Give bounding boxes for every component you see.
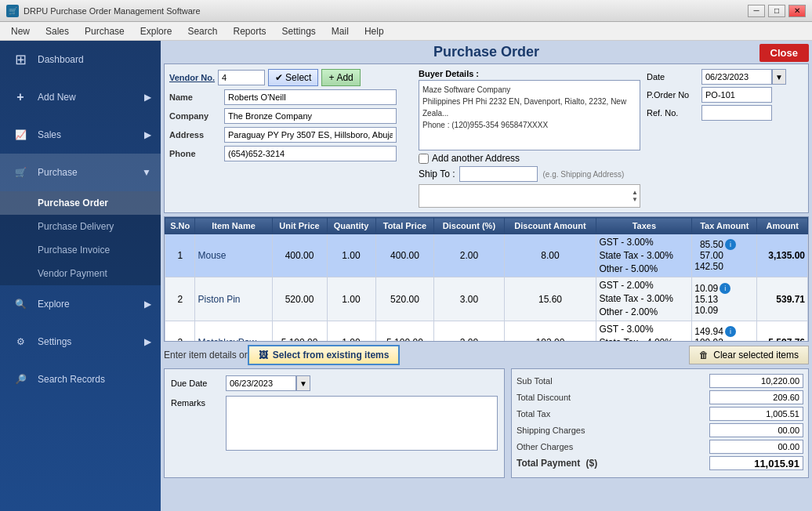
sidebar-item-dashboard[interactable]: ⊞ Dashboard xyxy=(0,41,161,78)
ref-row: Ref. No. xyxy=(647,105,803,121)
due-date-picker-button[interactable]: ▼ xyxy=(296,375,310,391)
cell-tax-amounts: 10.0915.1310.09 i xyxy=(692,277,757,321)
sidebar-item-sales-label: Sales xyxy=(38,129,61,140)
cell-sno: 3 xyxy=(165,321,195,342)
order-table-container: S.No Item Name Unit Price Quantity Total… xyxy=(164,216,809,342)
explore-left: 🔍 Explore xyxy=(9,293,70,315)
table-row[interactable]: 2 Piston Pin 520.00 1.00 520.00 3.00 15.… xyxy=(165,277,808,321)
sidebar-item-explore[interactable]: 🔍 Explore ▶ xyxy=(0,285,161,323)
total-payment-row: Total Payment ($) 11,015.91 xyxy=(517,456,803,470)
minimize-button[interactable]: ─ xyxy=(748,5,765,17)
menu-search[interactable]: Search xyxy=(179,24,225,38)
sidebar-item-settings-label: Settings xyxy=(38,336,71,347)
form-middle: Buyer Details : Maze Software CompanyPhi… xyxy=(419,69,640,208)
col-discount-pct: Discount (%) xyxy=(434,218,504,234)
address-input[interactable] xyxy=(224,127,397,143)
cell-discount-amount: 102.00 xyxy=(504,321,596,342)
select-items-label: Select from existing items xyxy=(273,350,390,361)
shipping-value: 00.00 xyxy=(709,423,803,437)
add-label: Add xyxy=(336,72,353,83)
cell-discount-amount: 8.00 xyxy=(504,234,596,277)
menu-new[interactable]: New xyxy=(3,24,38,38)
ship-to-scroll: ▲ ▼ xyxy=(419,184,640,208)
table-row[interactable]: 3 MatchkeyPaw 5,100.00 1.00 5,100.00 2.0… xyxy=(165,321,808,342)
due-date-label: Due Date xyxy=(171,379,226,388)
sidebar-item-sales[interactable]: 📈 Sales ▶ xyxy=(0,116,161,154)
cell-quantity: 1.00 xyxy=(327,277,375,321)
name-input[interactable] xyxy=(224,89,397,105)
menu-explore[interactable]: Explore xyxy=(132,24,180,38)
info-button[interactable]: i xyxy=(725,239,736,250)
menu-mail[interactable]: Mail xyxy=(324,24,357,38)
total-tax-label: Total Tax xyxy=(517,409,709,419)
clear-items-label: Clear selected items xyxy=(713,350,799,361)
date-label: Date xyxy=(647,72,701,82)
add-address-row: Add another Address xyxy=(419,153,640,164)
bottom-left: Due Date ▼ Remarks xyxy=(164,368,505,478)
menu-help[interactable]: Help xyxy=(357,24,392,38)
settings-icon: ⚙ xyxy=(9,331,31,353)
company-label: Company xyxy=(169,111,224,121)
scroll-up-icon[interactable]: ▲ xyxy=(632,189,638,196)
clear-selected-button[interactable]: 🗑 Clear selected items xyxy=(689,346,809,364)
menu-sales[interactable]: Sales xyxy=(38,24,77,38)
cell-unit-price: 520.00 xyxy=(272,277,327,321)
info-button[interactable]: i xyxy=(725,326,736,337)
remarks-row: Remarks xyxy=(171,396,498,453)
menu-settings[interactable]: Settings xyxy=(274,24,324,38)
date-input[interactable] xyxy=(701,69,772,85)
sidebar-item-settings[interactable]: ⚙ Settings ▶ xyxy=(0,323,161,361)
cell-discount-pct: 2.00 xyxy=(434,321,504,342)
app-icon: 🛒 xyxy=(6,5,19,17)
info-button[interactable]: i xyxy=(720,283,730,294)
due-date-row: Due Date ▼ xyxy=(171,375,498,391)
sidebar-item-purchase[interactable]: 🛒 Purchase ▼ xyxy=(0,154,161,191)
due-date-input[interactable] xyxy=(226,375,296,391)
table-row[interactable]: 1 Mouse 400.00 1.00 400.00 2.00 8.00 GST… xyxy=(165,234,808,277)
cell-total-price: 400.00 xyxy=(375,234,434,277)
col-total-price: Total Price xyxy=(375,218,434,234)
remarks-textarea[interactable] xyxy=(226,396,498,451)
vendor-no-input[interactable] xyxy=(218,70,265,85)
select-from-existing-button[interactable]: 🖼 Select from existing items xyxy=(248,345,401,365)
page-close-button[interactable]: Close xyxy=(759,44,809,62)
cell-amount: 3,135.00 xyxy=(757,234,808,277)
cell-tax-amounts: 85.5057.00142.50 i xyxy=(692,234,757,277)
sidebar-item-purchase-delivery[interactable]: Purchase Delivery xyxy=(0,215,161,238)
company-input[interactable] xyxy=(224,108,397,124)
maximize-button[interactable]: □ xyxy=(768,5,785,17)
purchase-icon: 🛒 xyxy=(9,161,31,183)
sidebar-item-purchase-invoice[interactable]: Purchase Invoice xyxy=(0,238,161,262)
sidebar-item-search-records[interactable]: 🔎 Search Records xyxy=(0,361,161,398)
cell-quantity: 1.00 xyxy=(327,234,375,277)
window-close-button[interactable]: ✕ xyxy=(788,5,806,17)
po-input[interactable] xyxy=(701,87,772,103)
menu-purchase[interactable]: Purchase xyxy=(77,24,132,38)
sidebar-item-add-new[interactable]: + Add New ▶ xyxy=(0,78,161,116)
vendor-no-label[interactable]: Vendor No. xyxy=(169,73,215,82)
ref-input[interactable] xyxy=(701,105,772,121)
dashboard-icon: ⊞ xyxy=(9,49,31,71)
select-vendor-button[interactable]: ✔ Select xyxy=(268,69,318,86)
phone-input[interactable] xyxy=(224,146,397,161)
menu-reports[interactable]: Reports xyxy=(225,24,274,38)
form-top: Vendor No. ✔ Select + Add Name xyxy=(169,69,803,208)
name-label: Name xyxy=(169,92,224,102)
date-picker-button[interactable]: ▼ xyxy=(772,69,786,85)
ship-to-input[interactable] xyxy=(459,166,538,182)
cell-taxes: GST - 3.00%State Tax - 3.00%Other - 5.00… xyxy=(596,234,692,277)
sidebar-item-vendor-payment[interactable]: Vendor Payment xyxy=(0,262,161,285)
scroll-down-icon[interactable]: ▼ xyxy=(632,196,638,203)
form-right: Date ▼ P.Order No Ref. No. xyxy=(647,69,803,208)
purchase-arrow: ▼ xyxy=(142,167,151,178)
add-address-checkbox[interactable] xyxy=(419,154,429,164)
add-new-arrow: ▶ xyxy=(144,92,151,103)
cell-total-price: 5,100.00 xyxy=(375,321,434,342)
purchase-submenu: Purchase Order Purchase Delivery Purchas… xyxy=(0,191,161,285)
search-records-icon: 🔎 xyxy=(9,368,31,390)
add-vendor-button[interactable]: + Add xyxy=(321,69,360,86)
total-tax-value: 1,005.51 xyxy=(709,407,803,421)
col-discount-amount: Discount Amount xyxy=(504,218,596,234)
sales-icon: 📈 xyxy=(9,124,31,146)
sidebar-item-purchase-order[interactable]: Purchase Order xyxy=(0,191,161,215)
